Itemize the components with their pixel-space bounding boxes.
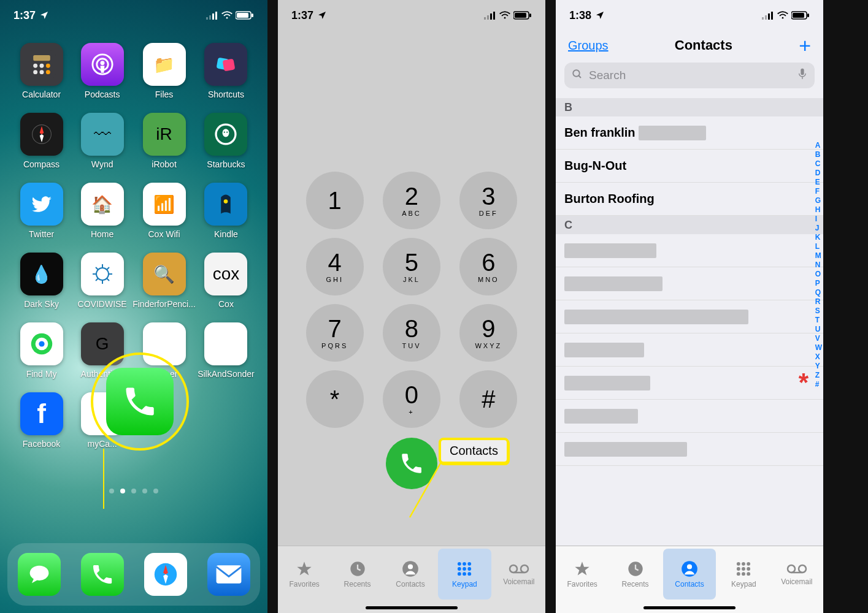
- app-find-my[interactable]: Find My: [11, 322, 72, 379]
- key-*[interactable]: *: [306, 370, 364, 428]
- contact-row[interactable]: [556, 234, 823, 267]
- contact-list[interactable]: BBen franklin Bug-N-OutBurton RoofingC: [556, 98, 823, 546]
- index-F[interactable]: F: [815, 187, 822, 196]
- dictate-icon[interactable]: [797, 67, 807, 83]
- index-V[interactable]: V: [815, 334, 822, 343]
- index-A[interactable]: A: [815, 141, 822, 150]
- contact-row[interactable]: [556, 433, 823, 466]
- app-irobot[interactable]: iRiRobot: [133, 113, 196, 169]
- index-Y[interactable]: Y: [815, 362, 822, 370]
- tab-keypad[interactable]: Keypad: [717, 546, 770, 602]
- contact-row[interactable]: [556, 333, 823, 367]
- app-covidwise[interactable]: COVIDWISE: [72, 253, 133, 309]
- index-W[interactable]: W: [815, 343, 822, 352]
- index-Q[interactable]: Q: [815, 288, 822, 297]
- index-C[interactable]: C: [815, 159, 822, 168]
- key-9[interactable]: 9WXYZ: [459, 304, 517, 362]
- index-#[interactable]: #: [815, 380, 822, 389]
- app-podcasts[interactable]: Podcasts: [72, 43, 133, 99]
- index-H[interactable]: H: [815, 205, 822, 214]
- app-twitter[interactable]: Twitter: [11, 183, 72, 239]
- signal-icon: [206, 11, 218, 20]
- contact-row[interactable]: [556, 267, 823, 300]
- app-cox-wifi[interactable]: 📶Cox Wifi: [133, 183, 196, 239]
- tab-favorites[interactable]: Favorites: [278, 546, 331, 602]
- index-X[interactable]: X: [815, 352, 822, 361]
- key-5[interactable]: 5JKL: [383, 238, 440, 295]
- add-contact-button[interactable]: +: [799, 34, 811, 58]
- contact-row[interactable]: Burton Roofing: [556, 183, 823, 216]
- tab-voicemail[interactable]: Voicemail: [770, 546, 823, 602]
- tab-favorites[interactable]: Favorites: [556, 546, 609, 602]
- app-cox[interactable]: coxCox: [196, 253, 256, 309]
- svg-point-60: [463, 567, 467, 571]
- index-G[interactable]: G: [815, 196, 822, 205]
- app-home[interactable]: 🏠Home: [72, 183, 133, 239]
- index-D[interactable]: D: [815, 169, 822, 177]
- dock-safari[interactable]: [144, 553, 187, 596]
- tab-contacts[interactable]: Contacts: [663, 549, 716, 600]
- index-R[interactable]: R: [815, 297, 822, 306]
- index-N[interactable]: N: [815, 261, 822, 269]
- home-indicator[interactable]: [643, 606, 735, 609]
- tab-voicemail[interactable]: Voicemail: [493, 546, 545, 602]
- tab-recents[interactable]: Recents: [331, 546, 383, 602]
- index-E[interactable]: E: [815, 178, 822, 186]
- app-calculator[interactable]: Calculator: [11, 43, 72, 99]
- phone-app-callout: [91, 352, 189, 451]
- app-label: Cox Wifi: [148, 229, 180, 239]
- index-M[interactable]: M: [815, 251, 822, 260]
- index-B[interactable]: B: [815, 150, 822, 159]
- index-P[interactable]: P: [815, 279, 822, 287]
- page-indicator[interactable]: [0, 489, 267, 493]
- dial-button[interactable]: [386, 438, 437, 489]
- index-O[interactable]: O: [815, 270, 822, 278]
- key-2[interactable]: 2ABC: [383, 172, 440, 229]
- key-6[interactable]: 6MNO: [459, 238, 517, 295]
- svg-point-63: [463, 572, 467, 576]
- key-1[interactable]: 1: [306, 172, 364, 229]
- app-icon: [81, 253, 124, 295]
- dock-messages[interactable]: [18, 553, 61, 596]
- dock-mail[interactable]: [207, 553, 250, 596]
- index-L[interactable]: L: [815, 242, 822, 251]
- index-J[interactable]: J: [815, 224, 822, 232]
- app-finderforpenci-[interactable]: 🔍FinderforPenci...: [133, 253, 196, 309]
- app-shortcuts[interactable]: Shortcuts: [196, 43, 256, 99]
- index-U[interactable]: U: [815, 325, 822, 333]
- key-7[interactable]: 7PQRS: [306, 304, 364, 362]
- key-0[interactable]: 0+: [383, 370, 440, 428]
- contact-row[interactable]: Ben franklin: [556, 116, 823, 150]
- index-Z[interactable]: Z: [815, 371, 822, 379]
- dock-phone[interactable]: [81, 553, 124, 596]
- tab-keypad[interactable]: Keypad: [438, 549, 491, 600]
- index-T[interactable]: T: [815, 316, 822, 324]
- key-3[interactable]: 3DEF: [459, 172, 517, 229]
- search-field[interactable]: Search: [564, 63, 815, 88]
- app-kindle[interactable]: Kindle: [196, 183, 256, 239]
- status-bar: 1:38: [556, 0, 823, 31]
- tab-recents[interactable]: Recents: [609, 546, 661, 602]
- contact-row[interactable]: [556, 400, 823, 433]
- index-S[interactable]: S: [815, 306, 822, 315]
- contact-row[interactable]: [556, 367, 823, 400]
- index-K[interactable]: K: [815, 233, 822, 242]
- index-I[interactable]: I: [815, 215, 822, 223]
- contact-row[interactable]: Bug-N-Out: [556, 150, 823, 183]
- app-files[interactable]: 📁Files: [133, 43, 196, 99]
- app-facebook[interactable]: fFacebook: [11, 392, 72, 449]
- key-#[interactable]: #: [459, 370, 517, 428]
- key-4[interactable]: 4GHI: [306, 238, 364, 295]
- app-silkandsonder[interactable]: SilkAndSonder: [196, 322, 256, 379]
- app-wynd[interactable]: 〰Wynd: [72, 113, 133, 169]
- contact-row[interactable]: [556, 300, 823, 333]
- app-dark-sky[interactable]: 💧Dark Sky: [11, 253, 72, 309]
- app-icon: [20, 43, 63, 86]
- app-compass[interactable]: Compass: [11, 113, 72, 169]
- tab-contacts[interactable]: Contacts: [384, 546, 437, 602]
- app-starbucks[interactable]: Starbucks: [196, 113, 256, 169]
- home-indicator[interactable]: [366, 606, 458, 609]
- groups-button[interactable]: Groups: [568, 39, 609, 53]
- key-8[interactable]: 8TUV: [383, 304, 440, 362]
- section-index[interactable]: ABCDEFGHIJKLMNOPQRSTUVWXYZ#: [815, 141, 822, 389]
